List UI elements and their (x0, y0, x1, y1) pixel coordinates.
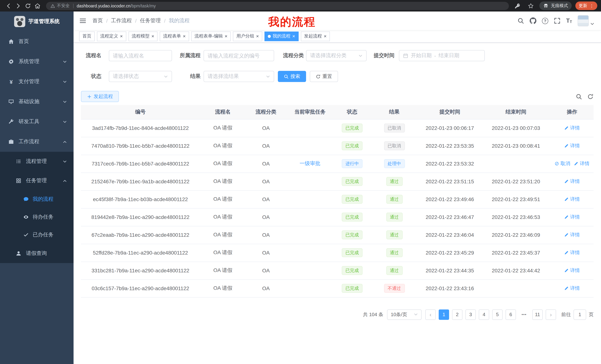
key-icon[interactable] (513, 1, 522, 10)
close-icon[interactable]: × (225, 34, 228, 38)
close-icon[interactable]: × (120, 34, 123, 38)
page-button[interactable]: 2 (452, 309, 462, 320)
status-tag: 进行中 (342, 159, 362, 168)
goto-page-input[interactable] (573, 309, 586, 320)
caret-down-icon[interactable] (590, 22, 594, 26)
close-icon[interactable]: × (183, 34, 186, 38)
select-placeholder: 请选择状态 (113, 73, 139, 80)
search-icon[interactable] (517, 18, 524, 24)
col-submit-time: 提交时间 (418, 105, 481, 119)
sidebar-item-leave-query[interactable]: 请假查询 (0, 244, 74, 263)
process-name-input[interactable] (113, 53, 168, 59)
page-button[interactable]: 6 (506, 309, 516, 320)
cell-status: 已完成 (334, 190, 370, 208)
tab-user-group[interactable]: 用户分组× (233, 31, 262, 41)
breadcrumb-item[interactable]: 首页 (92, 18, 103, 24)
sidebar-item-system[interactable]: 系统管理 (0, 52, 74, 72)
detail-link[interactable]: 详情 (564, 196, 580, 203)
submit-time-range-picker[interactable]: 开始日期 - 结束日期 (399, 50, 485, 61)
tab-process-model[interactable]: 流程模型× (128, 31, 158, 41)
sidebar-item-done-tasks[interactable]: 已办任务 (0, 226, 74, 244)
current-task-link[interactable]: 一级审批 (300, 160, 320, 167)
result-tag: 通过 (386, 266, 402, 275)
page-button[interactable]: 5 (492, 309, 502, 320)
close-icon[interactable]: × (324, 34, 327, 38)
workflow-submenu: 流程管理 任务管理 我的流程 待办任务 已办 (0, 152, 74, 263)
sidebar-item-workflow[interactable]: 工作流程 (0, 132, 74, 152)
start-date-placeholder: 开始日期 (411, 52, 432, 59)
cell-current-task (286, 172, 334, 190)
back-icon[interactable] (4, 1, 13, 10)
detail-link[interactable]: 详情 (564, 125, 580, 131)
prev-page-button[interactable]: ‹ (425, 309, 436, 320)
address-divider (73, 3, 73, 8)
tab-start-process[interactable]: 发起流程× (301, 31, 330, 41)
cell-status: 进行中 (334, 155, 370, 172)
sidebar-item-my-process[interactable]: 我的流程 (0, 190, 74, 208)
reset-button[interactable]: 重置 (310, 71, 338, 82)
status-select[interactable]: 请选择状态 (109, 71, 172, 82)
tab-my-process[interactable]: 我的流程× (264, 31, 299, 41)
detail-link[interactable]: 详情 (574, 160, 590, 167)
more-pages-button[interactable]: ••• (519, 309, 529, 320)
tab-home[interactable]: 首页 (79, 31, 95, 41)
close-icon[interactable]: × (151, 34, 154, 38)
owning-process-input[interactable] (208, 53, 270, 59)
detail-link[interactable]: 详情 (564, 231, 580, 238)
update-button[interactable]: 更新 ⋮ (575, 1, 597, 10)
sidebar-item-label: 研发工具 (19, 118, 39, 125)
user-menu[interactable] (578, 15, 594, 26)
detail-link[interactable]: 详情 (564, 267, 580, 274)
page-button[interactable]: 4 (479, 309, 489, 320)
edit-icon (564, 286, 569, 290)
start-process-button[interactable]: 发起流程 (81, 91, 119, 102)
toggle-search-icon[interactable] (576, 93, 582, 100)
sidebar-item-task-management[interactable]: 任务管理 (0, 171, 74, 190)
page-button[interactable]: 3 (465, 309, 476, 320)
forward-icon[interactable] (13, 1, 23, 10)
cancel-link[interactable]: 取消 (555, 160, 570, 167)
page-size-select[interactable]: 10条/页 (387, 309, 421, 320)
font-size-icon[interactable]: TT (566, 18, 572, 24)
detail-link[interactable]: 详情 (564, 143, 580, 149)
detail-link[interactable]: 详情 (564, 285, 580, 292)
cell-process-name: OA 请假 (200, 119, 246, 137)
cell-category: OA (246, 244, 286, 262)
tab-process-definition[interactable]: 流程定义× (97, 31, 126, 41)
avatar[interactable] (578, 15, 589, 26)
sidebar-item-process-management[interactable]: 流程管理 (0, 152, 74, 171)
address-bar[interactable]: 不安全 dashboard.yudao.iocoder.cn/bpm/task/… (46, 2, 509, 10)
breadcrumb-item[interactable]: 工作流程 (111, 18, 132, 24)
home-icon[interactable] (33, 1, 42, 10)
sidebar-item-home[interactable]: 首页 (0, 31, 74, 52)
sidebar-item-payment[interactable]: ¥ 支付管理 (0, 72, 74, 92)
detail-link[interactable]: 详情 (564, 214, 580, 220)
close-icon[interactable]: × (292, 34, 295, 38)
hamburger-icon[interactable] (79, 17, 87, 25)
star-icon[interactable] (526, 1, 536, 10)
breadcrumb-item[interactable]: 任务管理 (140, 18, 161, 24)
next-page-button[interactable]: › (546, 309, 556, 320)
search-button[interactable]: 搜索 (278, 71, 306, 82)
refresh-icon[interactable] (587, 93, 594, 100)
sidebar-item-todo-tasks[interactable]: 待办任务 (0, 208, 74, 226)
result-tag: 通过 (386, 177, 402, 186)
page-button[interactable]: 1 (439, 309, 449, 320)
tab-process-form-edit[interactable]: 流程表单-编辑× (191, 31, 231, 41)
github-icon[interactable] (530, 18, 536, 24)
page-button[interactable]: 11 (532, 309, 543, 320)
result-select[interactable]: 请选择流结果 (204, 71, 274, 82)
active-tab-dot (268, 35, 271, 38)
reload-icon[interactable] (23, 1, 33, 10)
close-icon[interactable]: × (256, 34, 259, 38)
sidebar-item-devtools[interactable]: 研发工具 (0, 112, 74, 132)
sidebar-item-infrastructure[interactable]: 基础设施 (0, 92, 74, 112)
fullscreen-icon[interactable] (554, 18, 561, 24)
help-icon[interactable]: ? (542, 18, 548, 24)
process-category-select[interactable]: 请选择流程分类 (306, 50, 367, 61)
kebab-menu-icon[interactable]: ⋮ (590, 3, 594, 8)
detail-link[interactable]: 详情 (564, 178, 580, 185)
col-actions: 操作 (551, 105, 594, 119)
detail-link[interactable]: 详情 (564, 249, 580, 256)
tab-process-form[interactable]: 流程表单× (160, 31, 189, 41)
